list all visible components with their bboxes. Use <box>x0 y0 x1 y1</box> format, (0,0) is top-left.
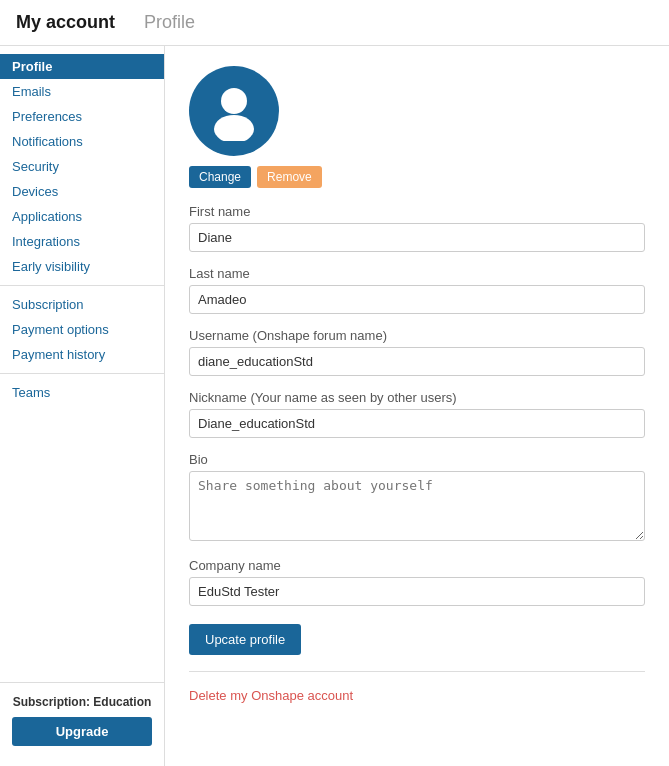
sidebar-item-devices[interactable]: Devices <box>0 179 164 204</box>
sidebar: Profile Emails Preferences Notifications… <box>0 46 165 766</box>
main-layout: Profile Emails Preferences Notifications… <box>0 46 669 766</box>
bio-textarea[interactable] <box>189 471 645 541</box>
sidebar-divider-1 <box>0 285 164 286</box>
username-label: Username (Onshape forum name) <box>189 328 645 343</box>
content-divider <box>189 671 645 672</box>
sidebar-item-payment-history[interactable]: Payment history <box>0 342 164 367</box>
first-name-group: First name <box>189 204 645 252</box>
avatar-buttons: Change Remove <box>189 166 645 188</box>
company-input[interactable] <box>189 577 645 606</box>
remove-avatar-button[interactable]: Remove <box>257 166 322 188</box>
main-content: Change Remove First name Last name Usern… <box>165 46 669 766</box>
nickname-input[interactable] <box>189 409 645 438</box>
avatar-section: Change Remove <box>189 66 645 188</box>
page-subtitle: Profile <box>144 12 195 33</box>
company-group: Company name <box>189 558 645 606</box>
nickname-group: Nickname (Your name as seen by other use… <box>189 390 645 438</box>
sidebar-item-early-visibility[interactable]: Early visibility <box>0 254 164 279</box>
sidebar-item-integrations[interactable]: Integrations <box>0 229 164 254</box>
username-input[interactable] <box>189 347 645 376</box>
sidebar-item-profile[interactable]: Profile <box>0 54 164 79</box>
avatar-icon <box>204 81 264 141</box>
sidebar-bottom: Subscription: Education Upgrade <box>0 682 164 758</box>
sidebar-item-applications[interactable]: Applications <box>0 204 164 229</box>
first-name-label: First name <box>189 204 645 219</box>
page-main-title: My account <box>16 12 115 33</box>
sidebar-item-subscription[interactable]: Subscription <box>0 292 164 317</box>
header-separator <box>127 12 132 33</box>
delete-account-link[interactable]: Delete my Onshape account <box>189 688 353 703</box>
last-name-input[interactable] <box>189 285 645 314</box>
bio-label: Bio <box>189 452 645 467</box>
username-group: Username (Onshape forum name) <box>189 328 645 376</box>
first-name-input[interactable] <box>189 223 645 252</box>
sidebar-item-teams[interactable]: Teams <box>0 380 164 405</box>
last-name-label: Last name <box>189 266 645 281</box>
sidebar-divider-2 <box>0 373 164 374</box>
update-profile-button[interactable]: Upcate profile <box>189 624 301 655</box>
change-avatar-button[interactable]: Change <box>189 166 251 188</box>
sidebar-item-emails[interactable]: Emails <box>0 79 164 104</box>
upgrade-button[interactable]: Upgrade <box>12 717 152 746</box>
sidebar-item-security[interactable]: Security <box>0 154 164 179</box>
bio-group: Bio <box>189 452 645 544</box>
svg-point-0 <box>221 88 247 114</box>
last-name-group: Last name <box>189 266 645 314</box>
sidebar-item-notifications[interactable]: Notifications <box>0 129 164 154</box>
subscription-label: Subscription: Education <box>12 695 152 709</box>
sidebar-item-payment-options[interactable]: Payment options <box>0 317 164 342</box>
sidebar-item-preferences[interactable]: Preferences <box>0 104 164 129</box>
svg-point-1 <box>214 115 254 141</box>
avatar <box>189 66 279 156</box>
company-label: Company name <box>189 558 645 573</box>
nickname-label: Nickname (Your name as seen by other use… <box>189 390 645 405</box>
page-header: My account Profile <box>0 0 669 46</box>
